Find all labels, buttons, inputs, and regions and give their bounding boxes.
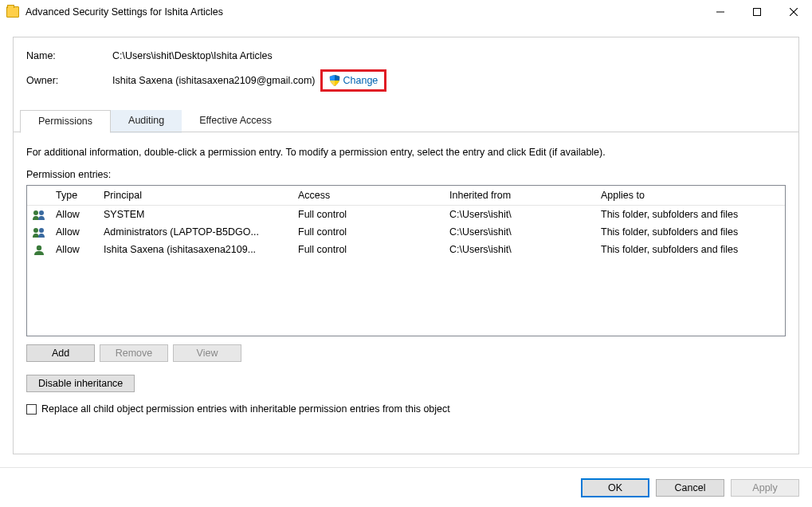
replace-children-label: Replace all child object permission entr… [41,403,450,415]
cell-principal: Administrators (LAPTOP-B5DGO... [99,225,293,239]
principal-icon [32,244,46,255]
cell-applies: This folder, subfolders and files [596,242,785,257]
cell-type: Allow [51,242,99,257]
window-title: Advanced Security Settings for Ishita Ar… [25,6,223,18]
svg-point-8 [37,246,41,250]
grid-header: Type Principal Access Inherited from App… [27,186,785,206]
name-value: C:\Users\ishit\Desktop\Ishita Articles [112,50,273,61]
entries-label: Permission entries: [26,169,786,180]
change-owner-link[interactable]: Change [343,75,379,86]
svg-point-7 [39,228,44,233]
col-principal[interactable]: Principal [99,186,293,205]
cell-applies: This folder, subfolders and files [596,207,785,222]
add-button[interactable]: Add [26,344,95,362]
view-button[interactable]: View [173,344,241,362]
change-owner-highlight: Change [320,69,387,92]
cell-inherited: C:\Users\ishit\ [445,207,596,222]
cell-access: Full control [293,207,445,222]
cell-access: Full control [293,242,445,257]
disable-inheritance-button[interactable]: Disable inheritance [26,375,135,392]
shield-icon [329,75,340,86]
permissions-grid[interactable]: Type Principal Access Inherited from App… [26,185,786,336]
tab-permissions[interactable]: Permissions [20,110,111,133]
dialog-footer: OK Cancel Apply [0,467,812,507]
cell-inherited: C:\Users\ishit\ [445,225,596,239]
cancel-button[interactable]: Cancel [656,479,724,497]
cell-applies: This folder, subfolders and files [596,225,785,239]
col-applies[interactable]: Applies to [596,186,785,205]
owner-label: Owner: [26,75,112,86]
cell-type: Allow [51,207,99,222]
titlebar: Advanced Security Settings for Ishita Ar… [0,0,812,24]
svg-rect-1 [754,9,761,16]
tab-effective-access[interactable]: Effective Access [182,110,289,133]
remove-button[interactable]: Remove [100,344,168,362]
col-type[interactable]: Type [51,186,99,205]
help-text: For additional information, double-click… [26,147,786,158]
svg-point-6 [33,228,38,233]
svg-point-4 [33,210,38,215]
cell-access: Full control [293,225,445,239]
table-row[interactable]: AllowSYSTEMFull controlC:\Users\ishit\Th… [27,206,785,223]
tab-auditing[interactable]: Auditing [111,110,182,133]
cell-inherited: C:\Users\ishit\ [445,242,596,257]
principal-icon [32,209,46,220]
col-access[interactable]: Access [293,186,445,205]
col-inherited[interactable]: Inherited from [445,186,596,205]
ok-button[interactable]: OK [581,478,649,497]
maximize-button[interactable] [739,0,775,24]
owner-value: Ishita Saxena (ishitasaxena2109@gmail.co… [112,75,316,86]
cell-type: Allow [51,225,99,239]
principal-icon [32,226,46,238]
panel: Name: C:\Users\ishit\Desktop\Ishita Arti… [13,37,799,454]
cell-principal: Ishita Saxena (ishitasaxena2109... [99,242,293,257]
table-row[interactable]: AllowAdministrators (LAPTOP-B5DGO...Full… [27,223,785,241]
tabs: Permissions Auditing Effective Access [14,109,798,132]
name-label: Name: [26,50,112,61]
apply-button[interactable]: Apply [731,479,799,497]
folder-icon [6,6,19,18]
table-row[interactable]: AllowIshita Saxena (ishitasaxena2109...F… [27,241,785,258]
replace-children-checkbox[interactable] [26,404,37,415]
close-button[interactable] [775,0,812,24]
svg-point-5 [39,210,44,215]
cell-principal: SYSTEM [99,207,293,222]
minimize-button[interactable] [702,0,739,24]
